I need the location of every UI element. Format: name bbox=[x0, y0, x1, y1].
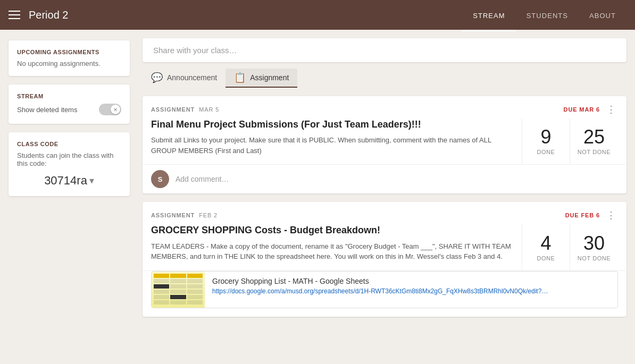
assignment-2-done-count: 4 bbox=[540, 234, 551, 253]
assignment-1-title: Final Menu Project Submissions (For Just… bbox=[151, 118, 513, 131]
assignment-1-desc: Submit all Links to your project. Make s… bbox=[151, 135, 513, 156]
share-bar[interactable]: Share with your class… bbox=[143, 38, 626, 62]
assignment-2-title: GROCERY SHOPPING Costs - Budget Breakdow… bbox=[151, 224, 513, 236]
assignment-1-header: ASSIGNMENT Mar 5 DUE MAR 6 ⋮ bbox=[143, 96, 626, 118]
class-code-value: 30714ra ▾ bbox=[17, 174, 121, 188]
assignment-1-notdone-label: NOT DONE bbox=[578, 149, 611, 155]
assignment-2-done-label: DONE bbox=[537, 255, 555, 261]
main-content: Share with your class… 💬 Announcement 📋 … bbox=[138, 30, 635, 364]
assignment-2-header-right: DUE FEB 6 ⋮ bbox=[565, 209, 618, 221]
assignment-2-notdone-count: 30 bbox=[583, 234, 605, 253]
class-code-text: 30714ra bbox=[44, 174, 87, 188]
announcement-icon: 💬 bbox=[151, 73, 163, 82]
assignment-2-notdone-block: 30 NOT DONE bbox=[570, 224, 618, 270]
page-title: Period 2 bbox=[29, 9, 462, 21]
main-nav: STREAM STUDENTS ABOUT bbox=[462, 0, 626, 30]
show-deleted-toggle[interactable]: ✕ bbox=[99, 104, 121, 115]
assignment-2-body: GROCERY SHOPPING Costs - Budget Breakdow… bbox=[143, 224, 626, 270]
upcoming-assignments-card: UPCOMING ASSIGNMENTS No upcoming assignm… bbox=[9, 40, 130, 76]
class-code-dropdown-icon[interactable]: ▾ bbox=[89, 175, 94, 187]
attachment-info: Grocery Shopping List - MATH - Google Sh… bbox=[205, 272, 617, 308]
assignment-1-more-icon[interactable]: ⋮ bbox=[604, 104, 618, 115]
assignment-2-meta: ASSIGNMENT Feb 2 bbox=[151, 212, 218, 218]
nav-about[interactable]: ABOUT bbox=[579, 2, 626, 31]
class-code-desc: Students can join the class with this co… bbox=[17, 151, 121, 167]
announcement-btn[interactable]: 💬 Announcement bbox=[143, 69, 225, 88]
attachment-card[interactable]: Grocery Shopping List - MATH - Google Sh… bbox=[151, 271, 618, 308]
assignment-2-due: DUE FEB 6 bbox=[565, 212, 600, 218]
stream-card: STREAM Show deleted items ✕ bbox=[9, 84, 130, 124]
assignment-2-stats: 4 DONE 30 NOT DONE bbox=[522, 224, 618, 270]
assignment-1-comment-area: S Add comment… bbox=[143, 165, 626, 193]
spreadsheet-preview bbox=[152, 272, 205, 308]
assignment-2-header: ASSIGNMENT Feb 2 DUE FEB 6 ⋮ bbox=[143, 202, 626, 224]
upcoming-empty: No upcoming assignments. bbox=[17, 60, 121, 67]
assignment-1-label: ASSIGNMENT bbox=[151, 106, 195, 113]
header: Period 2 STREAM STUDENTS ABOUT bbox=[0, 0, 635, 30]
announcement-label: Announcement bbox=[167, 73, 217, 82]
assignment-1-notdone-count: 25 bbox=[583, 128, 605, 147]
assignment-1-notdone-block: 25 NOT DONE bbox=[570, 118, 618, 164]
toggle-knob: ✕ bbox=[111, 105, 120, 114]
assignment-1-body: Final Menu Project Submissions (For Just… bbox=[143, 118, 626, 165]
upcoming-title: UPCOMING ASSIGNMENTS bbox=[17, 49, 121, 55]
class-code-title: CLASS CODE bbox=[17, 141, 121, 147]
assignment-1-due: DUE MAR 6 bbox=[564, 106, 600, 113]
assignment-1-done-count: 9 bbox=[540, 128, 551, 147]
assignment-2-date: Feb 2 bbox=[199, 212, 218, 218]
assignment-label: Assignment bbox=[250, 73, 289, 82]
assignment-1-done-block: 9 DONE bbox=[522, 118, 570, 164]
show-deleted-label: Show deleted items bbox=[17, 106, 77, 114]
menu-icon[interactable] bbox=[9, 11, 20, 19]
assignment-1-date: Mar 5 bbox=[199, 106, 219, 113]
class-code-card: CLASS CODE Students can join the class w… bbox=[9, 132, 130, 196]
stream-title: STREAM bbox=[17, 93, 121, 99]
avatar-initials: S bbox=[158, 175, 163, 183]
nav-stream[interactable]: STREAM bbox=[462, 2, 515, 31]
assignment-2-label: ASSIGNMENT bbox=[151, 212, 195, 218]
post-type-bar: 💬 Announcement 📋 Assignment bbox=[143, 69, 626, 88]
share-placeholder: Share with your class… bbox=[153, 46, 237, 55]
assignment-2-text: GROCERY SHOPPING Costs - Budget Breakdow… bbox=[151, 224, 513, 270]
assignment-2-more-icon[interactable]: ⋮ bbox=[604, 209, 618, 221]
assignment-1-text: Final Menu Project Submissions (For Just… bbox=[151, 118, 513, 164]
attachment-title: Grocery Shopping List - MATH - Google Sh… bbox=[212, 277, 610, 285]
assignment-1-stats: 9 DONE 25 NOT DONE bbox=[522, 118, 618, 164]
nav-students[interactable]: STUDENTS bbox=[516, 2, 579, 31]
page-body: UPCOMING ASSIGNMENTS No upcoming assignm… bbox=[0, 30, 635, 364]
assignment-card-1: ASSIGNMENT Mar 5 DUE MAR 6 ⋮ Final Menu … bbox=[143, 96, 626, 193]
attachment-url: https://docs.google.com/a/musd.org/sprea… bbox=[212, 287, 610, 295]
assignment-card-2: ASSIGNMENT Feb 2 DUE FEB 6 ⋮ GROCERY SHO… bbox=[143, 202, 626, 316]
assignment-btn[interactable]: 📋 Assignment bbox=[225, 69, 297, 88]
stream-toggle-row: Show deleted items ✕ bbox=[17, 104, 121, 115]
assignment-1-meta: ASSIGNMENT Mar 5 bbox=[151, 106, 219, 113]
assignment-2-desc: TEAM LEADERS - Make a copy of the docume… bbox=[151, 241, 513, 262]
sidebar: UPCOMING ASSIGNMENTS No upcoming assignm… bbox=[0, 30, 138, 364]
attachment-thumbnail bbox=[152, 272, 205, 308]
user-avatar-1: S bbox=[151, 170, 169, 188]
assignment-2-done-block: 4 DONE bbox=[522, 224, 570, 270]
assignment-2-notdone-label: NOT DONE bbox=[578, 255, 611, 261]
assignment-1-done-label: DONE bbox=[537, 149, 555, 155]
assignment-icon: 📋 bbox=[234, 73, 246, 82]
comment-input-1[interactable]: Add comment… bbox=[176, 175, 618, 183]
assignment-1-header-right: DUE MAR 6 ⋮ bbox=[564, 104, 618, 115]
